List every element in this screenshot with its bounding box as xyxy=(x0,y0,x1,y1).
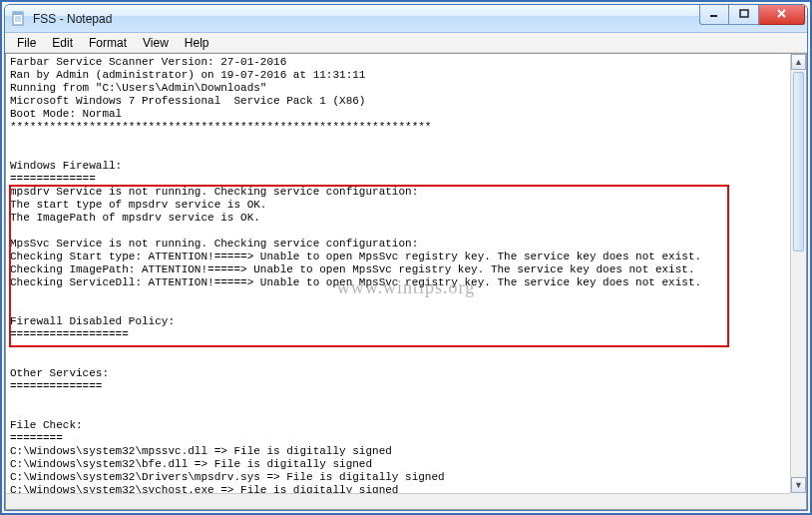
menu-file[interactable]: File xyxy=(9,34,44,52)
log-line: Microsoft Windows 7 Professional Service… xyxy=(10,95,365,107)
log-line: Farbar Service Scanner Version: 27-01-20… xyxy=(10,56,286,68)
notepad-icon xyxy=(11,11,27,27)
editor-area: Farbar Service Scanner Version: 27-01-20… xyxy=(5,53,807,510)
horizontal-scrollbar[interactable] xyxy=(6,493,790,509)
log-line: C:\Windows\system32\mpssvc.dll => File i… xyxy=(10,445,392,457)
log-line: MpsSvc Service is not running. Checking … xyxy=(10,238,418,250)
log-line: mpsdrv Service is not running. Checking … xyxy=(10,186,418,198)
log-line: Firewall Disabled Policy: xyxy=(10,315,175,327)
svg-rect-1 xyxy=(13,12,23,15)
log-line: Boot Mode: Normal xyxy=(10,108,122,120)
log-line: ======== xyxy=(10,432,63,444)
close-button[interactable] xyxy=(759,5,805,25)
window-controls xyxy=(699,5,805,25)
titlebar[interactable]: FSS - Notepad xyxy=(5,5,807,33)
window-title: FSS - Notepad xyxy=(33,12,112,26)
log-line: File Check: xyxy=(10,419,83,431)
log-line: C:\Windows\system32\svchost.exe => File … xyxy=(10,484,398,493)
scroll-corner xyxy=(790,493,806,509)
menu-format[interactable]: Format xyxy=(81,34,135,52)
screenshot-frame: FSS - Notepad File Edit Format View Help… xyxy=(0,0,812,515)
menu-view[interactable]: View xyxy=(135,34,177,52)
log-line: Checking ServiceDll: ATTENTION!=====> Un… xyxy=(10,276,701,288)
text-content[interactable]: Farbar Service Scanner Version: 27-01-20… xyxy=(6,54,790,493)
scroll-up-button[interactable]: ▲ xyxy=(791,54,806,70)
menu-help[interactable]: Help xyxy=(177,34,217,52)
minimize-button[interactable] xyxy=(699,5,729,25)
scroll-thumb[interactable] xyxy=(793,72,804,252)
menubar: File Edit Format View Help xyxy=(5,33,807,53)
log-line: ============= xyxy=(10,173,96,185)
log-line: Ran by Admin (administrator) on 19-07-20… xyxy=(10,69,365,81)
log-line: Other Services: xyxy=(10,367,109,379)
scroll-down-button[interactable]: ▼ xyxy=(791,477,806,493)
log-line: Checking ImagePath: ATTENTION!=====> Una… xyxy=(10,263,695,275)
log-line: The start type of mpsdrv service is OK. xyxy=(10,199,266,211)
svg-rect-6 xyxy=(740,10,748,17)
log-line: C:\Windows\system32\Drivers\mpsdrv.sys =… xyxy=(10,471,445,483)
log-line: The ImagePath of mpsdrv service is OK. xyxy=(10,212,260,224)
vertical-scrollbar[interactable]: ▲ ▼ xyxy=(790,54,806,493)
log-line: ****************************************… xyxy=(10,121,431,133)
log-line: Running from "C:\Users\Admin\Downloads" xyxy=(10,82,266,94)
log-line: Windows Firewall: xyxy=(10,160,122,172)
log-line: ============== xyxy=(10,380,102,392)
maximize-button[interactable] xyxy=(729,5,759,25)
log-line: Checking Start type: ATTENTION!=====> Un… xyxy=(10,251,701,262)
menu-edit[interactable]: Edit xyxy=(44,34,81,52)
log-line: ================== xyxy=(10,328,129,340)
window: FSS - Notepad File Edit Format View Help… xyxy=(4,4,808,511)
log-line: C:\Windows\system32\bfe.dll => File is d… xyxy=(10,458,372,470)
